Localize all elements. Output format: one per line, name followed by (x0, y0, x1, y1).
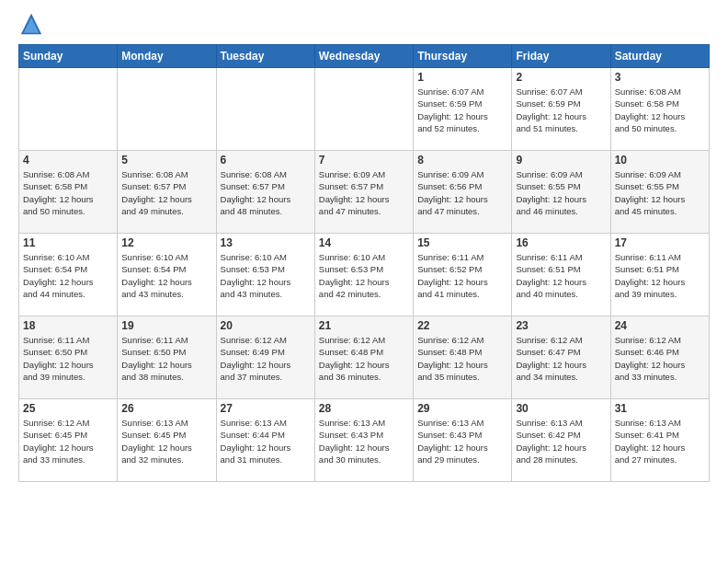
calendar-cell: 17Sunrise: 6:11 AM Sunset: 6:51 PM Dayli… (610, 234, 709, 316)
calendar-cell: 30Sunrise: 6:13 AM Sunset: 6:42 PM Dayli… (512, 399, 610, 482)
calendar-cell (19, 68, 118, 151)
day-number: 2 (516, 71, 606, 84)
day-info: Sunrise: 6:12 AM Sunset: 6:48 PM Dayligh… (417, 334, 507, 383)
day-of-week-header: Wednesday (314, 45, 413, 68)
day-info: Sunrise: 6:08 AM Sunset: 6:58 PM Dayligh… (615, 86, 705, 134)
calendar-cell (216, 68, 314, 151)
day-info: Sunrise: 6:07 AM Sunset: 6:59 PM Dayligh… (516, 86, 606, 134)
day-number: 11 (23, 236, 113, 249)
header (0, 0, 728, 44)
day-number: 1 (417, 71, 507, 84)
calendar-cell: 6Sunrise: 6:08 AM Sunset: 6:57 PM Daylig… (216, 151, 314, 234)
logo (18, 11, 48, 37)
calendar-cell: 2Sunrise: 6:07 AM Sunset: 6:59 PM Daylig… (512, 68, 610, 151)
calendar-cell: 9Sunrise: 6:09 AM Sunset: 6:55 PM Daylig… (512, 151, 610, 234)
calendar-week-row: 4Sunrise: 6:08 AM Sunset: 6:58 PM Daylig… (19, 151, 710, 234)
day-number: 10 (615, 154, 705, 167)
calendar-cell: 19Sunrise: 6:11 AM Sunset: 6:50 PM Dayli… (118, 316, 216, 399)
day-number: 27 (221, 402, 311, 415)
calendar-week-row: 25Sunrise: 6:12 AM Sunset: 6:45 PM Dayli… (19, 399, 710, 482)
day-info: Sunrise: 6:12 AM Sunset: 6:49 PM Dayligh… (221, 334, 311, 383)
calendar-cell: 24Sunrise: 6:12 AM Sunset: 6:46 PM Dayli… (610, 316, 709, 399)
day-info: Sunrise: 6:11 AM Sunset: 6:51 PM Dayligh… (615, 251, 705, 300)
day-info: Sunrise: 6:11 AM Sunset: 6:50 PM Dayligh… (23, 334, 113, 383)
day-info: Sunrise: 6:10 AM Sunset: 6:53 PM Dayligh… (221, 251, 311, 300)
day-of-week-header: Thursday (414, 45, 512, 68)
calendar-cell: 21Sunrise: 6:12 AM Sunset: 6:48 PM Dayli… (314, 316, 413, 399)
calendar-cell: 27Sunrise: 6:13 AM Sunset: 6:44 PM Dayli… (216, 399, 314, 482)
day-number: 4 (23, 154, 113, 167)
day-info: Sunrise: 6:13 AM Sunset: 6:43 PM Dayligh… (417, 417, 507, 465)
calendar-cell: 3Sunrise: 6:08 AM Sunset: 6:58 PM Daylig… (610, 68, 709, 151)
day-info: Sunrise: 6:07 AM Sunset: 6:59 PM Dayligh… (417, 86, 507, 134)
calendar-cell: 15Sunrise: 6:11 AM Sunset: 6:52 PM Dayli… (414, 234, 512, 316)
calendar-cell: 11Sunrise: 6:10 AM Sunset: 6:54 PM Dayli… (19, 234, 118, 316)
day-number: 20 (221, 319, 311, 332)
calendar-cell (314, 68, 413, 151)
day-info: Sunrise: 6:11 AM Sunset: 6:50 PM Dayligh… (121, 334, 211, 383)
day-number: 18 (23, 319, 113, 332)
day-number: 3 (615, 71, 705, 84)
calendar-cell: 26Sunrise: 6:13 AM Sunset: 6:45 PM Dayli… (118, 399, 216, 482)
day-info: Sunrise: 6:12 AM Sunset: 6:47 PM Dayligh… (516, 334, 606, 383)
day-info: Sunrise: 6:10 AM Sunset: 6:54 PM Dayligh… (23, 251, 113, 300)
day-info: Sunrise: 6:10 AM Sunset: 6:54 PM Dayligh… (121, 251, 211, 300)
day-number: 5 (121, 154, 211, 167)
day-info: Sunrise: 6:13 AM Sunset: 6:41 PM Dayligh… (615, 417, 705, 465)
calendar-cell: 10Sunrise: 6:09 AM Sunset: 6:55 PM Dayli… (610, 151, 709, 234)
calendar-cell: 16Sunrise: 6:11 AM Sunset: 6:51 PM Dayli… (512, 234, 610, 316)
day-number: 16 (516, 236, 606, 249)
day-number: 29 (417, 402, 507, 415)
day-info: Sunrise: 6:09 AM Sunset: 6:55 PM Dayligh… (615, 168, 705, 217)
day-number: 15 (417, 236, 507, 249)
day-info: Sunrise: 6:13 AM Sunset: 6:44 PM Dayligh… (221, 417, 311, 465)
calendar-cell: 8Sunrise: 6:09 AM Sunset: 6:56 PM Daylig… (414, 151, 512, 234)
calendar-body: 1Sunrise: 6:07 AM Sunset: 6:59 PM Daylig… (19, 68, 710, 482)
day-number: 24 (615, 319, 705, 332)
day-of-week-header: Tuesday (216, 45, 314, 68)
day-number: 8 (417, 154, 507, 167)
calendar-cell: 25Sunrise: 6:12 AM Sunset: 6:45 PM Dayli… (19, 399, 118, 482)
calendar-cell: 5Sunrise: 6:08 AM Sunset: 6:57 PM Daylig… (118, 151, 216, 234)
calendar-cell: 14Sunrise: 6:10 AM Sunset: 6:53 PM Dayli… (314, 234, 413, 316)
day-info: Sunrise: 6:08 AM Sunset: 6:57 PM Dayligh… (221, 168, 311, 217)
day-info: Sunrise: 6:12 AM Sunset: 6:48 PM Dayligh… (319, 334, 409, 383)
calendar-cell: 13Sunrise: 6:10 AM Sunset: 6:53 PM Dayli… (216, 234, 314, 316)
calendar-cell (118, 68, 216, 151)
calendar-cell: 4Sunrise: 6:08 AM Sunset: 6:58 PM Daylig… (19, 151, 118, 234)
calendar-table: SundayMondayTuesdayWednesdayThursdayFrid… (18, 44, 710, 482)
day-number: 31 (615, 402, 705, 415)
day-number: 23 (516, 319, 606, 332)
day-number: 25 (23, 402, 113, 415)
calendar-cell: 22Sunrise: 6:12 AM Sunset: 6:48 PM Dayli… (414, 316, 512, 399)
days-of-week-row: SundayMondayTuesdayWednesdayThursdayFrid… (19, 45, 710, 68)
day-info: Sunrise: 6:13 AM Sunset: 6:42 PM Dayligh… (516, 417, 606, 465)
day-info: Sunrise: 6:12 AM Sunset: 6:46 PM Dayligh… (615, 334, 705, 383)
calendar-cell: 31Sunrise: 6:13 AM Sunset: 6:41 PM Dayli… (610, 399, 709, 482)
calendar-cell: 1Sunrise: 6:07 AM Sunset: 6:59 PM Daylig… (414, 68, 512, 151)
day-of-week-header: Friday (512, 45, 610, 68)
day-number: 17 (615, 236, 705, 249)
day-info: Sunrise: 6:09 AM Sunset: 6:56 PM Dayligh… (417, 168, 507, 217)
day-info: Sunrise: 6:08 AM Sunset: 6:57 PM Dayligh… (121, 168, 211, 217)
day-info: Sunrise: 6:11 AM Sunset: 6:52 PM Dayligh… (417, 251, 507, 300)
day-info: Sunrise: 6:09 AM Sunset: 6:57 PM Dayligh… (319, 168, 409, 217)
day-number: 22 (417, 319, 507, 332)
calendar-week-row: 11Sunrise: 6:10 AM Sunset: 6:54 PM Dayli… (19, 234, 710, 316)
day-number: 21 (319, 319, 409, 332)
day-info: Sunrise: 6:12 AM Sunset: 6:45 PM Dayligh… (23, 417, 113, 465)
day-number: 19 (121, 319, 211, 332)
day-info: Sunrise: 6:09 AM Sunset: 6:55 PM Dayligh… (516, 168, 606, 217)
calendar-wrapper: SundayMondayTuesdayWednesdayThursdayFrid… (0, 44, 728, 491)
day-number: 7 (319, 154, 409, 167)
calendar-cell: 28Sunrise: 6:13 AM Sunset: 6:43 PM Dayli… (314, 399, 413, 482)
day-number: 9 (516, 154, 606, 167)
calendar-cell: 12Sunrise: 6:10 AM Sunset: 6:54 PM Dayli… (118, 234, 216, 316)
day-number: 13 (221, 236, 311, 249)
day-info: Sunrise: 6:08 AM Sunset: 6:58 PM Dayligh… (23, 168, 113, 217)
day-number: 14 (319, 236, 409, 249)
day-info: Sunrise: 6:13 AM Sunset: 6:43 PM Dayligh… (319, 417, 409, 465)
calendar-cell: 23Sunrise: 6:12 AM Sunset: 6:47 PM Dayli… (512, 316, 610, 399)
day-number: 6 (221, 154, 311, 167)
day-number: 26 (121, 402, 211, 415)
